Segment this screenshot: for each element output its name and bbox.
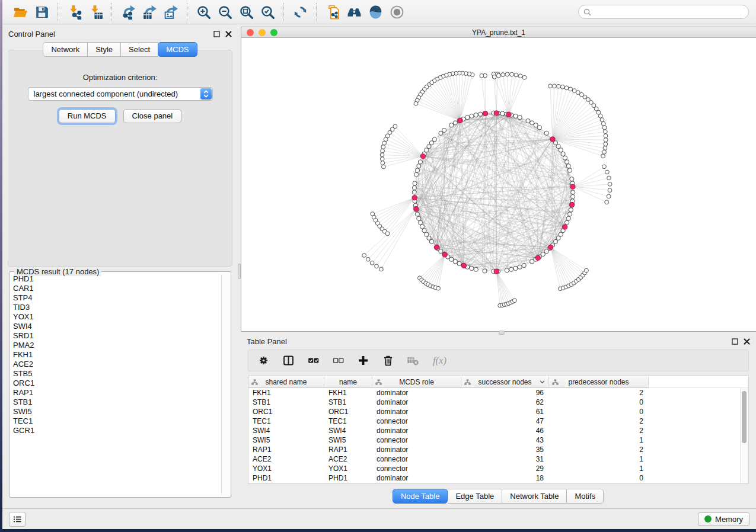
float-panel-icon[interactable] <box>732 338 738 345</box>
search-network-button[interactable] <box>343 3 365 21</box>
export-image-button[interactable] <box>160 3 181 21</box>
tab-motifs[interactable]: Motifs <box>567 489 604 504</box>
result-item[interactable]: STP4 <box>12 293 221 303</box>
table-row[interactable]: ACE2ACE2connector311 <box>248 454 748 464</box>
result-item[interactable]: STB5 <box>12 369 221 379</box>
run-mcds-button[interactable]: Run MCDS <box>59 109 116 123</box>
tab-mcds[interactable]: MCDS <box>158 42 197 57</box>
zoom-out-button[interactable] <box>214 3 235 21</box>
close-panel-button[interactable]: Close panel <box>123 109 182 123</box>
criterion-dropdown[interactable]: largest connected component (undirected) <box>28 87 213 101</box>
table-row[interactable]: RAP1RAP1dominator352 <box>248 445 748 454</box>
tab-style[interactable]: Style <box>88 42 121 57</box>
refresh-button[interactable] <box>289 3 311 21</box>
column-header-shared-name[interactable]: shared name <box>248 376 324 388</box>
tab-node-table[interactable]: Node Table <box>393 489 448 504</box>
gear-button[interactable] <box>257 354 270 367</box>
toolbar-separator <box>316 3 317 21</box>
table-row[interactable]: TEC1TEC1connector472 <box>248 416 748 426</box>
close-panel-icon[interactable] <box>225 31 232 37</box>
task-history-button[interactable] <box>9 512 25 527</box>
control-panel-header: Control Panel <box>2 27 238 41</box>
table-row[interactable]: FKH1FKH1dominator962 <box>248 388 748 398</box>
result-item[interactable]: FKH1 <box>12 350 221 360</box>
save-button[interactable] <box>31 3 52 21</box>
table-row[interactable]: SWI4SWI4dominator462 <box>248 426 748 435</box>
columns-button[interactable] <box>282 354 295 367</box>
tab-edge-table[interactable]: Edge Table <box>448 489 502 504</box>
table-row[interactable]: YOX1YOX1connector291 <box>248 464 748 473</box>
dropdown-stepper-icon <box>200 88 212 100</box>
zoom-selected-icon <box>260 5 275 20</box>
export-network-button[interactable] <box>117 3 139 21</box>
result-item[interactable]: STB1 <box>12 398 221 407</box>
column-header-successor-nodes[interactable]: successor nodes <box>461 376 549 388</box>
result-item[interactable]: ORC1 <box>12 379 221 388</box>
delete-button[interactable] <box>382 354 394 367</box>
vertical-splitter[interactable] <box>238 27 241 508</box>
vizmapper-button[interactable] <box>365 3 386 21</box>
result-scrollbar[interactable] <box>221 274 229 495</box>
cell-shared-name: PHD1 <box>248 474 324 482</box>
float-panel-icon[interactable] <box>213 31 220 37</box>
result-item[interactable]: CAR1 <box>12 284 221 293</box>
search-input[interactable] <box>594 8 744 16</box>
import-table-button[interactable] <box>85 3 106 21</box>
search-box[interactable] <box>578 5 749 19</box>
scrollbar-thumb[interactable] <box>742 391 747 443</box>
result-item[interactable]: YOX1 <box>12 312 221 322</box>
splitter-grip[interactable] <box>238 264 241 279</box>
memory-button[interactable]: Memory <box>698 512 749 526</box>
table-panel-header: Table Panel <box>241 334 756 348</box>
table-row[interactable]: ORC1ORC1dominator610 <box>248 407 748 416</box>
table-row[interactable]: PHD1PHD1dominator180 <box>248 473 748 483</box>
cell-successor-nodes: 31 <box>461 455 549 463</box>
maximize-window-button[interactable] <box>270 29 277 36</box>
select-all-button[interactable] <box>307 354 320 367</box>
mcds-result-list[interactable]: PHD1CAR1STP4TID3YOX1SWI4SRD1PMA2FKH1ACE2… <box>12 274 221 495</box>
close-panel-icon[interactable] <box>744 338 750 345</box>
cell-shared-name: SWI4 <box>248 427 324 435</box>
tab-network[interactable]: Network <box>43 42 88 57</box>
horizontal-splitter[interactable] <box>241 332 756 334</box>
open-button[interactable] <box>9 3 31 21</box>
zoom-fit-button[interactable] <box>235 3 257 21</box>
table-row[interactable]: STB1STB1dominator620 <box>248 398 748 407</box>
cell-predecessor-nodes: 2 <box>549 389 649 397</box>
network-canvas[interactable] <box>241 38 756 331</box>
cell-predecessor-nodes: 2 <box>549 417 649 425</box>
toolbar-groups <box>9 3 407 21</box>
zoom-in-button[interactable] <box>193 3 214 21</box>
cell-predecessor-nodes: 0 <box>549 408 649 416</box>
table-scrollbar[interactable] <box>740 388 748 483</box>
result-item[interactable]: TEC1 <box>12 416 221 426</box>
minimize-window-button[interactable] <box>259 29 266 36</box>
result-item[interactable]: RAP1 <box>12 388 221 398</box>
deselect-all-button[interactable] <box>332 354 344 367</box>
export-table-button[interactable] <box>139 3 160 21</box>
tab-select[interactable]: Select <box>121 42 158 57</box>
result-item[interactable]: SWI4 <box>12 322 221 331</box>
tab-network-table[interactable]: Network Table <box>502 489 567 504</box>
result-item[interactable]: ACE2 <box>12 360 221 369</box>
result-item[interactable]: TID3 <box>12 303 221 312</box>
result-item[interactable]: PMA2 <box>12 341 221 350</box>
column-header-predecessor-nodes[interactable]: predecessor nodes <box>549 376 649 388</box>
result-item[interactable]: SWI5 <box>12 407 221 416</box>
network-window-titlebar[interactable]: YPA_prune.txt_1 <box>241 27 756 38</box>
close-window-button[interactable] <box>247 29 254 36</box>
save-icon <box>34 5 49 20</box>
zoom-selected-button[interactable] <box>257 3 278 21</box>
column-header-name[interactable]: name <box>324 376 372 388</box>
add-button[interactable] <box>357 354 369 367</box>
network-graph[interactable] <box>241 38 756 331</box>
result-item[interactable]: SRD1 <box>12 331 221 341</box>
cell-shared-name: TEC1 <box>248 417 324 425</box>
table-row[interactable]: SWI5SWI5connector431 <box>248 435 748 445</box>
document-share-button[interactable] <box>322 3 343 21</box>
result-item[interactable]: PHD1 <box>12 274 221 284</box>
splitter-grip[interactable] <box>499 331 505 335</box>
result-item[interactable]: GCR1 <box>12 426 221 435</box>
column-header-MCDS-role[interactable]: MCDS role <box>372 376 461 388</box>
import-network-button[interactable] <box>63 3 85 21</box>
